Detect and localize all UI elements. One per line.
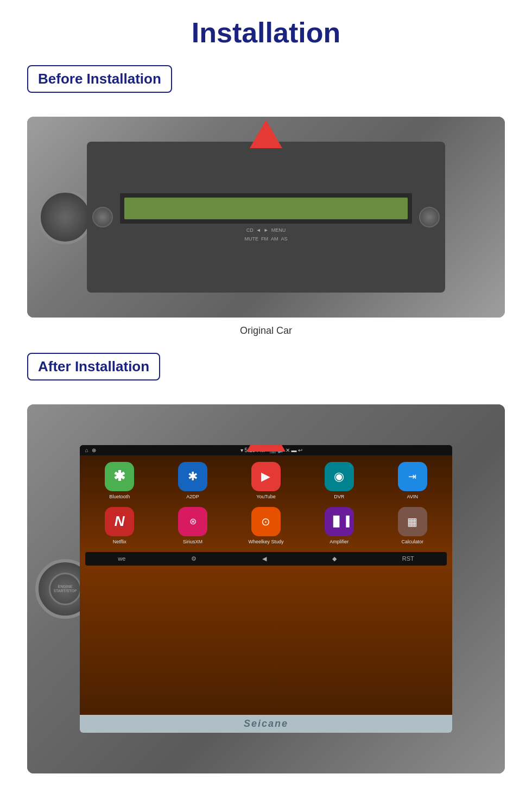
app-bluetooth[interactable]: ✱ Bluetooth <box>85 462 154 499</box>
after-installation-label: After Installation <box>27 353 160 380</box>
app-a2dp[interactable]: ✱ A2DP <box>159 462 227 499</box>
app-netflix[interactable]: N Netflix <box>85 507 154 544</box>
seicane-brand: Seicane <box>80 715 452 733</box>
app-bluetooth-label: Bluetooth <box>109 494 130 499</box>
nav-we[interactable]: we <box>118 555 125 562</box>
app-calculator[interactable]: ▦ Calculator <box>378 507 447 544</box>
app-wheelkey[interactable]: ⊙ Wheelkey Study <box>232 507 301 544</box>
app-dvr-label: DVR <box>334 494 344 499</box>
before-installation-image: CD ◄ ► MENU MUTE FM AM AS <box>27 117 505 318</box>
app-siriusxm-label: SiriusXM <box>183 539 202 544</box>
app-netflix-label: Netflix <box>113 539 126 544</box>
nav-home[interactable]: ◆ <box>332 555 337 562</box>
android-home-area: ✱ Bluetooth ✱ A2DP ▶ <box>80 455 452 715</box>
app-avin[interactable]: ⇥ AVIN <box>378 462 447 499</box>
home-icon[interactable]: ⌂ <box>85 447 88 453</box>
app-siriusxm[interactable]: ⊛ SiriusXM <box>159 507 227 544</box>
nav-settings[interactable]: ⚙ <box>191 555 197 562</box>
after-installation-image: ENGINESTART/STOP ⌂ ⊕ ▾ 5:28 PM 📷 🔊 ✕ ▬ ↩ <box>27 404 505 773</box>
app-wheelkey-label: Wheelkey Study <box>248 539 283 544</box>
before-installation-label: Before Installation <box>27 65 172 93</box>
before-image-caption: Original Car <box>27 325 505 337</box>
app-calculator-label: Calculator <box>401 539 423 544</box>
nav-back[interactable]: ◀ <box>262 555 267 562</box>
app-amplifier[interactable]: ▐▌▐ Amplifier <box>305 507 373 544</box>
app-grid-row1: ✱ Bluetooth ✱ A2DP ▶ <box>85 462 447 544</box>
nav-rst[interactable]: RST <box>402 555 414 562</box>
wifi-icon: ⊕ <box>92 447 96 453</box>
app-youtube[interactable]: ▶ YouTube <box>232 462 301 499</box>
app-amplifier-label: Amplifier <box>330 539 349 544</box>
android-navbar: we ⚙ ◀ ◆ RST <box>85 552 447 566</box>
page-title: Installation <box>27 16 505 49</box>
app-a2dp-label: A2DP <box>186 494 199 499</box>
app-avin-label: AVIN <box>407 494 418 499</box>
app-youtube-label: YouTube <box>256 494 275 499</box>
app-dvr[interactable]: ◉ DVR <box>305 462 373 499</box>
